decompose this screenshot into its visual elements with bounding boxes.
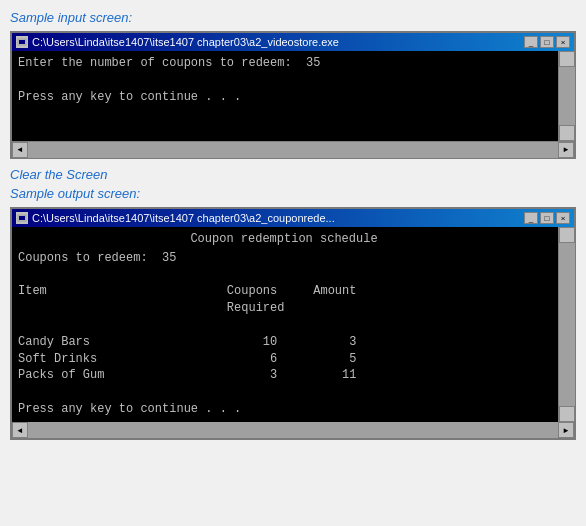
output-line-7: Soft Drinks 6 5 <box>18 351 550 368</box>
coupon-header: Coupon redemption schedule <box>18 231 550 248</box>
terminal-icon <box>16 36 28 48</box>
output-vscrollbar[interactable]: ▲ ▼ <box>558 227 574 422</box>
output-titlebar-left: C:\Users\Linda\itse1407\itse1407 chapter… <box>16 212 335 224</box>
input-hscrollbar[interactable]: ◄ ► <box>12 141 574 157</box>
hscroll-left-arrow[interactable]: ◄ <box>12 142 28 158</box>
output-line-10: Press any key to continue . . . <box>18 401 550 418</box>
output-line-6: Candy Bars 10 3 <box>18 334 550 351</box>
output-line-1: Coupons to redeem: 35 <box>18 250 550 267</box>
output-hscrollbar[interactable]: ◄ ► <box>12 422 574 438</box>
input-terminal-title: C:\Users\Linda\itse1407\itse1407 chapter… <box>32 36 339 48</box>
titlebar-buttons: _ □ × <box>524 36 570 48</box>
svg-rect-1 <box>19 40 25 44</box>
minimize-button[interactable]: _ <box>524 36 538 48</box>
output-terminal-title: C:\Users\Linda\itse1407\itse1407 chapter… <box>32 212 335 224</box>
scroll-down-arrow[interactable]: ▼ <box>559 125 575 141</box>
sample-input-label: Sample input screen: <box>10 10 576 25</box>
input-terminal-body: Enter the number of coupons to redeem: 3… <box>12 51 574 141</box>
hscroll-right-arrow[interactable]: ► <box>558 142 574 158</box>
input-line-1: Enter the number of coupons to redeem: 3… <box>18 55 550 72</box>
output-terminal-content: Coupon redemption schedule Coupons to re… <box>18 231 568 418</box>
output-close-button[interactable]: × <box>556 212 570 224</box>
output-hscroll-left-arrow[interactable]: ◄ <box>12 422 28 438</box>
output-line-9 <box>18 384 550 401</box>
output-terminal-window: C:\Users\Linda\itse1407\itse1407 chapter… <box>10 207 576 440</box>
clear-screen-label: Clear the Screen <box>10 167 576 182</box>
output-hscroll-right-arrow[interactable]: ► <box>558 422 574 438</box>
output-scroll-track <box>559 243 575 406</box>
maximize-button[interactable]: □ <box>540 36 554 48</box>
output-titlebar: C:\Users\Linda\itse1407\itse1407 chapter… <box>12 209 574 227</box>
output-terminal-icon <box>16 212 28 224</box>
output-scroll-down-arrow[interactable]: ▼ <box>559 406 575 422</box>
output-line-4: Required <box>18 300 550 317</box>
scroll-track <box>559 67 575 125</box>
output-line-5 <box>18 317 550 334</box>
input-terminal-content: Enter the number of coupons to redeem: 3… <box>18 55 568 105</box>
hscroll-track <box>28 142 558 158</box>
sample-output-label: Sample output screen: <box>10 186 576 201</box>
input-line-3: Press any key to continue . . . <box>18 89 550 106</box>
titlebar-left: C:\Users\Linda\itse1407\itse1407 chapter… <box>16 36 339 48</box>
output-minimize-button[interactable]: _ <box>524 212 538 224</box>
output-titlebar-buttons: _ □ × <box>524 212 570 224</box>
output-line-2 <box>18 267 550 284</box>
output-scroll-up-arrow[interactable]: ▲ <box>559 227 575 243</box>
input-titlebar: C:\Users\Linda\itse1407\itse1407 chapter… <box>12 33 574 51</box>
output-terminal-body: Coupon redemption schedule Coupons to re… <box>12 227 574 422</box>
input-terminal-window: C:\Users\Linda\itse1407\itse1407 chapter… <box>10 31 576 159</box>
input-vscrollbar[interactable]: ▲ ▼ <box>558 51 574 141</box>
input-line-2 <box>18 72 550 89</box>
close-button[interactable]: × <box>556 36 570 48</box>
scroll-up-arrow[interactable]: ▲ <box>559 51 575 67</box>
output-hscroll-track <box>28 422 558 438</box>
output-line-3: Item Coupons Amount <box>18 283 550 300</box>
output-maximize-button[interactable]: □ <box>540 212 554 224</box>
svg-rect-3 <box>19 216 25 220</box>
output-line-8: Packs of Gum 3 11 <box>18 367 550 384</box>
